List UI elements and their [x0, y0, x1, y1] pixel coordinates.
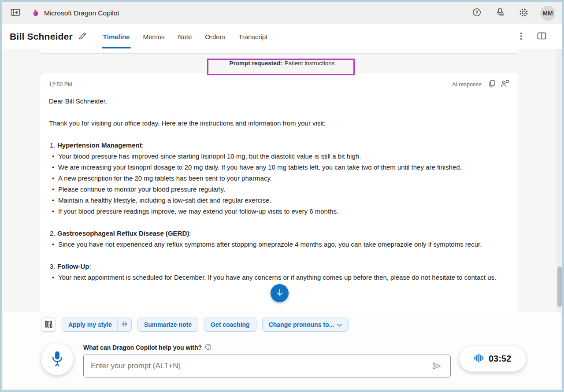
previous-card-edge — [40, 49, 519, 54]
recording-timer: 03:52 — [489, 354, 511, 364]
response-body: Dear Bill Schneider, Thank you for visit… — [49, 96, 510, 283]
bullet: A new prescription for the 20 mg tablets… — [49, 173, 510, 184]
section-hypertension: 1.Hypertension Management: Your blood pr… — [49, 140, 510, 217]
audio-waveform-icon — [474, 353, 484, 365]
help-icon: ? — [472, 7, 482, 18]
patient-name: Bill Schneider — [10, 31, 73, 42]
prompt-requested-divider: Prompt requested: Patient instructions — [2, 54, 562, 73]
vertical-ellipsis-icon — [520, 32, 522, 41]
bullet: If your blood pressure readings improve,… — [49, 206, 510, 217]
response-time: 12:50 PM — [49, 81, 73, 88]
scrollbar-thumb[interactable] — [557, 266, 562, 307]
bullet: Your next appointment is scheduled for D… — [49, 272, 510, 283]
scrollbar-track[interactable] — [557, 49, 562, 314]
microphone-settings-button[interactable] — [493, 5, 507, 21]
pencil-icon — [78, 32, 87, 42]
top-bar: Microsoft Dragon Copilot ? — [2, 2, 562, 24]
prompt-panel: Apply my style Summarize note Get coachi… — [4, 312, 560, 388]
tab-bar: Timeline Memos Note Orders Transcript — [96, 24, 274, 49]
recording-timer-pill[interactable]: 03:52 — [459, 346, 526, 372]
ai-response-card: 12:50 PM AI response — [40, 73, 519, 314]
prompt-requested-value: Patient instructions — [284, 60, 334, 67]
change-pronouns-button[interactable]: Change pronouns to... — [262, 318, 349, 332]
summarize-note-button[interactable]: Summarize note — [137, 318, 198, 332]
section-title: Hypertension Management — [57, 141, 142, 149]
greeting: Dear Bill Schneider, — [49, 96, 510, 107]
split-panel-icon — [537, 32, 546, 41]
section-gerd: 2.Gastroesophageal Reflux Disease (GERD)… — [49, 228, 510, 250]
open-panel-icon — [11, 8, 20, 18]
bullet: Your blood pressure has improved since s… — [49, 151, 510, 162]
tab-timeline[interactable]: Timeline — [96, 24, 137, 49]
info-icon — [205, 344, 212, 351]
dictation-microphone-button[interactable] — [41, 343, 74, 375]
change-pronouns-label: Change pronouns to... — [269, 321, 334, 328]
prompt-library-button[interactable] — [41, 318, 56, 332]
tab-orders[interactable]: Orders — [198, 24, 232, 49]
microphone-icon — [50, 350, 65, 368]
copy-icon — [488, 79, 496, 89]
small-gear-icon — [121, 321, 128, 329]
bullet: We are increasing your lisinopril dosage… — [49, 162, 510, 173]
scroll-to-bottom-button[interactable] — [271, 284, 289, 302]
help-button[interactable]: ? — [470, 6, 483, 20]
arrow-down-icon — [275, 288, 284, 298]
patient-bar: Bill Schneider Timeline Memos Note Order… — [2, 24, 562, 49]
bullet: Since you have not experienced any reflu… — [49, 239, 510, 250]
bullet: Maintain a healthy lifestyle, including … — [49, 195, 510, 206]
feedback-button[interactable] — [501, 79, 510, 89]
prompt-input[interactable] — [83, 355, 451, 377]
open-panel-button[interactable] — [9, 6, 22, 20]
library-icon — [45, 320, 52, 329]
apply-my-style-split-button: Apply my style — [62, 318, 132, 332]
app-title: Microsoft Dragon Copilot — [44, 9, 119, 17]
app-window: Microsoft Dragon Copilot ? — [0, 0, 564, 392]
prompt-label-row: What can Dragon Copilot help you with? — [83, 344, 212, 351]
tab-memos[interactable]: Memos — [136, 24, 171, 49]
microphone-gear-icon — [495, 7, 505, 19]
section-title: Gastroesophageal Reflux Disease (GERD) — [57, 229, 189, 237]
split-view-button[interactable] — [535, 30, 548, 43]
quick-actions-toolbar: Apply my style Summarize note Get coachi… — [41, 318, 349, 332]
section-title: Follow-Up — [57, 263, 89, 270]
tab-note[interactable]: Note — [171, 24, 199, 49]
send-button[interactable] — [430, 360, 443, 373]
section-number: 3. — [50, 261, 57, 272]
section-number: 1. — [50, 140, 57, 151]
settings-button[interactable] — [517, 6, 531, 21]
apply-my-style-button[interactable]: Apply my style — [62, 318, 117, 331]
get-coaching-button[interactable]: Get coaching — [204, 318, 256, 332]
section-follow-up: 3.Follow-Up: Your next appointment is sc… — [49, 261, 510, 283]
prompt-requested-label: Prompt requested: — [229, 60, 282, 67]
timeline-content: Prompt requested: Patient instructions 1… — [2, 49, 562, 314]
copy-button[interactable] — [488, 79, 496, 89]
tab-transcript[interactable]: Transcript — [232, 24, 274, 49]
section-colon: : — [89, 263, 91, 270]
edit-patient-name-button[interactable] — [76, 30, 89, 44]
section-colon: : — [189, 229, 191, 237]
send-icon — [431, 366, 442, 373]
bullet: Please continue to monitor your blood pr… — [49, 184, 510, 195]
apply-my-style-settings-button[interactable] — [117, 318, 131, 331]
svg-text:?: ? — [475, 10, 479, 15]
dragon-copilot-logo-icon — [31, 8, 41, 18]
person-feedback-icon — [501, 79, 510, 89]
more-options-button[interactable] — [518, 30, 524, 43]
ai-response-label: AI response — [452, 81, 482, 88]
prompt-label: What can Dragon Copilot help you with? — [83, 344, 202, 351]
user-avatar[interactable]: MM — [540, 6, 555, 21]
intro: Thank you for visiting our office today.… — [49, 118, 510, 129]
chevron-down-icon — [337, 321, 342, 328]
section-colon: : — [142, 141, 144, 149]
gear-icon — [519, 7, 529, 19]
section-number: 2. — [50, 228, 57, 239]
